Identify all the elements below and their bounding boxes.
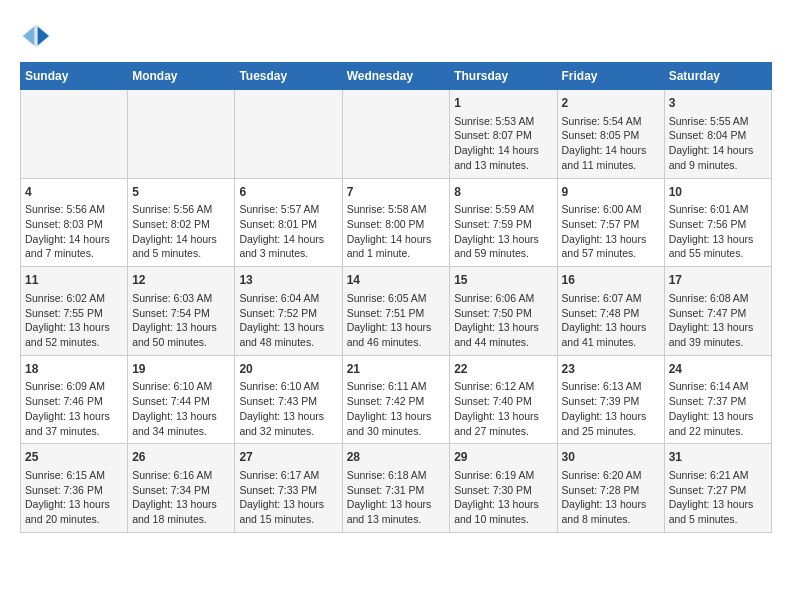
page-header: [20, 20, 772, 52]
day-info: Sunrise: 6:20 AM Sunset: 7:28 PM Dayligh…: [562, 468, 660, 527]
day-header-tuesday: Tuesday: [235, 63, 342, 90]
day-info: Sunrise: 6:14 AM Sunset: 7:37 PM Dayligh…: [669, 379, 767, 438]
calendar-cell: [235, 90, 342, 179]
calendar-cell: 4Sunrise: 5:56 AM Sunset: 8:03 PM Daylig…: [21, 178, 128, 267]
calendar-week-1: 4Sunrise: 5:56 AM Sunset: 8:03 PM Daylig…: [21, 178, 772, 267]
day-number: 30: [562, 449, 660, 466]
day-number: 14: [347, 272, 446, 289]
day-info: Sunrise: 6:16 AM Sunset: 7:34 PM Dayligh…: [132, 468, 230, 527]
calendar-cell: [21, 90, 128, 179]
day-info: Sunrise: 6:06 AM Sunset: 7:50 PM Dayligh…: [454, 291, 552, 350]
calendar-cell: 6Sunrise: 5:57 AM Sunset: 8:01 PM Daylig…: [235, 178, 342, 267]
day-info: Sunrise: 6:17 AM Sunset: 7:33 PM Dayligh…: [239, 468, 337, 527]
day-info: Sunrise: 5:56 AM Sunset: 8:03 PM Dayligh…: [25, 202, 123, 261]
calendar-cell: 31Sunrise: 6:21 AM Sunset: 7:27 PM Dayli…: [664, 444, 771, 533]
day-info: Sunrise: 5:56 AM Sunset: 8:02 PM Dayligh…: [132, 202, 230, 261]
day-info: Sunrise: 6:11 AM Sunset: 7:42 PM Dayligh…: [347, 379, 446, 438]
day-number: 28: [347, 449, 446, 466]
day-number: 18: [25, 361, 123, 378]
day-header-sunday: Sunday: [21, 63, 128, 90]
day-info: Sunrise: 5:55 AM Sunset: 8:04 PM Dayligh…: [669, 114, 767, 173]
calendar-cell: 8Sunrise: 5:59 AM Sunset: 7:59 PM Daylig…: [450, 178, 557, 267]
calendar-cell: [342, 90, 450, 179]
calendar-cell: 13Sunrise: 6:04 AM Sunset: 7:52 PM Dayli…: [235, 267, 342, 356]
day-info: Sunrise: 5:58 AM Sunset: 8:00 PM Dayligh…: [347, 202, 446, 261]
calendar-cell: 1Sunrise: 5:53 AM Sunset: 8:07 PM Daylig…: [450, 90, 557, 179]
day-number: 22: [454, 361, 552, 378]
calendar-cell: 27Sunrise: 6:17 AM Sunset: 7:33 PM Dayli…: [235, 444, 342, 533]
calendar-cell: 25Sunrise: 6:15 AM Sunset: 7:36 PM Dayli…: [21, 444, 128, 533]
calendar-cell: 20Sunrise: 6:10 AM Sunset: 7:43 PM Dayli…: [235, 355, 342, 444]
day-header-friday: Friday: [557, 63, 664, 90]
day-header-saturday: Saturday: [664, 63, 771, 90]
calendar-header-row: SundayMondayTuesdayWednesdayThursdayFrid…: [21, 63, 772, 90]
day-number: 8: [454, 184, 552, 201]
calendar-week-3: 18Sunrise: 6:09 AM Sunset: 7:46 PM Dayli…: [21, 355, 772, 444]
day-number: 16: [562, 272, 660, 289]
day-header-thursday: Thursday: [450, 63, 557, 90]
calendar-cell: 19Sunrise: 6:10 AM Sunset: 7:44 PM Dayli…: [128, 355, 235, 444]
day-number: 12: [132, 272, 230, 289]
day-info: Sunrise: 6:12 AM Sunset: 7:40 PM Dayligh…: [454, 379, 552, 438]
calendar-cell: 5Sunrise: 5:56 AM Sunset: 8:02 PM Daylig…: [128, 178, 235, 267]
day-info: Sunrise: 6:15 AM Sunset: 7:36 PM Dayligh…: [25, 468, 123, 527]
calendar-body: 1Sunrise: 5:53 AM Sunset: 8:07 PM Daylig…: [21, 90, 772, 533]
calendar-cell: 22Sunrise: 6:12 AM Sunset: 7:40 PM Dayli…: [450, 355, 557, 444]
day-info: Sunrise: 6:01 AM Sunset: 7:56 PM Dayligh…: [669, 202, 767, 261]
svg-marker-2: [38, 26, 49, 45]
calendar-table: SundayMondayTuesdayWednesdayThursdayFrid…: [20, 62, 772, 533]
day-number: 7: [347, 184, 446, 201]
svg-marker-3: [23, 26, 34, 45]
day-info: Sunrise: 6:10 AM Sunset: 7:44 PM Dayligh…: [132, 379, 230, 438]
calendar-cell: 17Sunrise: 6:08 AM Sunset: 7:47 PM Dayli…: [664, 267, 771, 356]
logo: [20, 20, 58, 52]
day-info: Sunrise: 6:09 AM Sunset: 7:46 PM Dayligh…: [25, 379, 123, 438]
day-info: Sunrise: 6:02 AM Sunset: 7:55 PM Dayligh…: [25, 291, 123, 350]
day-info: Sunrise: 5:53 AM Sunset: 8:07 PM Dayligh…: [454, 114, 552, 173]
day-number: 27: [239, 449, 337, 466]
day-header-wednesday: Wednesday: [342, 63, 450, 90]
day-number: 9: [562, 184, 660, 201]
day-info: Sunrise: 6:00 AM Sunset: 7:57 PM Dayligh…: [562, 202, 660, 261]
calendar-cell: 30Sunrise: 6:20 AM Sunset: 7:28 PM Dayli…: [557, 444, 664, 533]
day-number: 10: [669, 184, 767, 201]
calendar-cell: 18Sunrise: 6:09 AM Sunset: 7:46 PM Dayli…: [21, 355, 128, 444]
day-number: 24: [669, 361, 767, 378]
day-info: Sunrise: 5:54 AM Sunset: 8:05 PM Dayligh…: [562, 114, 660, 173]
day-info: Sunrise: 6:03 AM Sunset: 7:54 PM Dayligh…: [132, 291, 230, 350]
calendar-cell: 21Sunrise: 6:11 AM Sunset: 7:42 PM Dayli…: [342, 355, 450, 444]
calendar-cell: 9Sunrise: 6:00 AM Sunset: 7:57 PM Daylig…: [557, 178, 664, 267]
day-info: Sunrise: 6:10 AM Sunset: 7:43 PM Dayligh…: [239, 379, 337, 438]
calendar-week-2: 11Sunrise: 6:02 AM Sunset: 7:55 PM Dayli…: [21, 267, 772, 356]
calendar-cell: 23Sunrise: 6:13 AM Sunset: 7:39 PM Dayli…: [557, 355, 664, 444]
calendar-cell: 15Sunrise: 6:06 AM Sunset: 7:50 PM Dayli…: [450, 267, 557, 356]
calendar-cell: 14Sunrise: 6:05 AM Sunset: 7:51 PM Dayli…: [342, 267, 450, 356]
calendar-cell: 12Sunrise: 6:03 AM Sunset: 7:54 PM Dayli…: [128, 267, 235, 356]
day-info: Sunrise: 6:18 AM Sunset: 7:31 PM Dayligh…: [347, 468, 446, 527]
day-number: 1: [454, 95, 552, 112]
day-number: 3: [669, 95, 767, 112]
calendar-cell: [128, 90, 235, 179]
logo-icon: [20, 20, 52, 52]
day-header-monday: Monday: [128, 63, 235, 90]
day-info: Sunrise: 6:21 AM Sunset: 7:27 PM Dayligh…: [669, 468, 767, 527]
calendar-cell: 7Sunrise: 5:58 AM Sunset: 8:00 PM Daylig…: [342, 178, 450, 267]
day-info: Sunrise: 6:04 AM Sunset: 7:52 PM Dayligh…: [239, 291, 337, 350]
day-number: 11: [25, 272, 123, 289]
calendar-week-4: 25Sunrise: 6:15 AM Sunset: 7:36 PM Dayli…: [21, 444, 772, 533]
day-info: Sunrise: 6:13 AM Sunset: 7:39 PM Dayligh…: [562, 379, 660, 438]
day-info: Sunrise: 6:08 AM Sunset: 7:47 PM Dayligh…: [669, 291, 767, 350]
calendar-cell: 11Sunrise: 6:02 AM Sunset: 7:55 PM Dayli…: [21, 267, 128, 356]
day-info: Sunrise: 5:59 AM Sunset: 7:59 PM Dayligh…: [454, 202, 552, 261]
day-info: Sunrise: 6:07 AM Sunset: 7:48 PM Dayligh…: [562, 291, 660, 350]
calendar-week-0: 1Sunrise: 5:53 AM Sunset: 8:07 PM Daylig…: [21, 90, 772, 179]
day-number: 5: [132, 184, 230, 201]
day-number: 6: [239, 184, 337, 201]
day-number: 15: [454, 272, 552, 289]
day-number: 4: [25, 184, 123, 201]
day-number: 17: [669, 272, 767, 289]
day-number: 20: [239, 361, 337, 378]
day-number: 29: [454, 449, 552, 466]
calendar-cell: 28Sunrise: 6:18 AM Sunset: 7:31 PM Dayli…: [342, 444, 450, 533]
calendar-cell: 2Sunrise: 5:54 AM Sunset: 8:05 PM Daylig…: [557, 90, 664, 179]
